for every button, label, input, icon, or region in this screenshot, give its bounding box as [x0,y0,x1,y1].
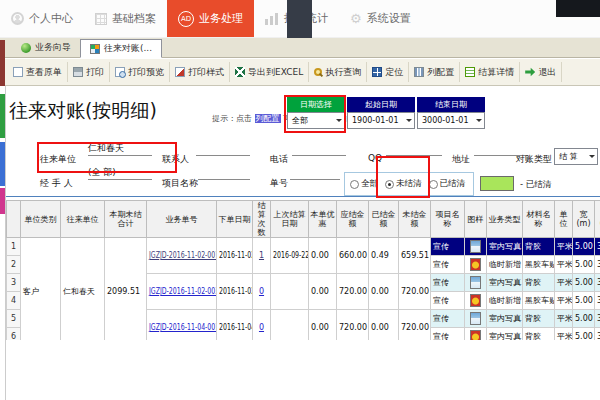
row-number[interactable]: 1 [7,238,21,256]
cell-width[interactable]: 5.00 [573,256,595,274]
cell-discount[interactable]: 0.00 [309,310,337,341]
date-select-dropdown[interactable]: 全部 [287,112,345,129]
cell-height[interactable]: 3. [595,310,600,328]
cell-unit[interactable]: 平米 [555,328,573,341]
menu-personal-center[interactable]: 个人中心 [0,0,84,37]
execute-query-button[interactable]: 执行查询 [309,62,367,82]
view-original-doc-button[interactable]: 查看原单 [8,62,68,82]
thumbnail-image[interactable] [470,276,481,289]
cell-unit[interactable]: 平米 [555,292,573,310]
cell-project[interactable]: 宣传 [431,238,465,256]
cell-biz-type[interactable]: 室内写真 [487,274,523,292]
cell-project[interactable]: 宣传 [431,256,465,274]
menu-basic-archives[interactable]: 基础档案 [84,0,167,37]
cell-biz-type[interactable]: 临时新增 [487,256,523,274]
cell-biz-type[interactable]: 临时新增 [487,292,523,310]
settle-count-link[interactable]: 0 [259,323,264,332]
cell-material[interactable]: 黑胶车贴 [523,256,555,274]
export-excel-button[interactable]: 导出到EXCEL [230,62,309,82]
cell-settle-count[interactable]: 0 [253,310,271,341]
cell-width[interactable]: 5.00 [573,292,595,310]
cell-amount-due[interactable]: 720.00 [337,310,369,341]
cell-order-date[interactable]: 2016-11-02 [217,238,253,274]
collapsed-panel-magenta[interactable] [0,188,5,214]
thumbnail-image[interactable] [470,312,481,325]
row-number[interactable]: 3 [7,274,21,292]
row-number[interactable]: 4 [7,292,21,310]
radio-settled[interactable]: 已结清 [429,178,466,190]
thumbnail-image[interactable] [470,258,481,271]
cell-discount[interactable]: 0.00 [309,274,337,310]
cell-biz-type[interactable]: 室内写真 [487,238,523,256]
cell-material[interactable]: 背胶 [523,238,555,256]
cell-biz-type[interactable]: 室内写真 [487,328,523,341]
collapsed-panel-green[interactable] [0,94,5,138]
cell-discount[interactable]: 0.00 [309,238,337,274]
settle-count-link[interactable]: 1 [259,251,264,260]
cell-project[interactable]: 宣传 [431,310,465,328]
radio-unsettled[interactable]: 未结清 [385,178,422,190]
contact-input[interactable] [196,142,250,156]
start-date-dropdown[interactable]: 1900-01-01 [347,112,415,129]
print-button[interactable]: 打印 [68,62,110,82]
cell-thumbnail[interactable] [465,274,487,292]
cell-height[interactable]: 3. [595,328,600,341]
cell-unit[interactable]: 平米 [555,238,573,256]
cell-last-settle-date[interactable]: 2016-09-22 [271,238,309,274]
cell-order-date[interactable]: 2016-11-04 [217,310,253,341]
cell-settle-count[interactable]: 0 [253,274,271,310]
cell-project[interactable]: 宣传 [431,274,465,292]
menu-business-processing[interactable]: AD 业务处理 [167,0,254,37]
cell-height[interactable]: 3. [595,256,600,274]
cell-material[interactable]: 黑胶车贴 [523,292,555,310]
cell-partner-unit[interactable]: 仁和春天 [61,238,105,341]
print-preview-button[interactable]: 打印预览 [110,62,170,82]
cell-material[interactable]: 背胶 [523,328,555,341]
cell-unit[interactable]: 平米 [555,256,573,274]
cell-amount-settled[interactable]: 0.00 [369,310,399,341]
cell-order-date[interactable]: 2016-11-02 [217,274,253,310]
cell-width[interactable]: 5.00 [573,328,595,341]
qq-input[interactable] [386,142,442,156]
row-number[interactable]: 6 [7,328,21,341]
doc-number-link[interactable]: JGZJD-2016-11-02-003 [149,287,217,296]
doc-number-input[interactable] [290,166,340,180]
reconcile-type-dropdown[interactable]: 结 算 [554,148,598,165]
cell-amount-settled[interactable]: 0.49 [369,238,399,274]
cell-doc-number[interactable]: JGZJD-2016-11-02-001 [147,238,217,274]
cell-height[interactable]: 3. [595,292,600,310]
cell-biz-type[interactable]: 室内写真 [487,310,523,328]
row-number[interactable]: 2 [7,256,21,274]
cell-height[interactable]: 3. [595,274,600,292]
project-name-input[interactable] [198,166,250,180]
collapsed-panel-blue[interactable] [0,142,5,186]
cell-project[interactable]: 宣传 [431,292,465,310]
radio-all[interactable]: 全部 [350,178,378,190]
cell-height[interactable]: 3. [595,238,600,256]
cell-doc-number[interactable]: JGZJD-2016-11-04-001 [147,310,217,341]
cell-material[interactable]: 背胶 [523,310,555,328]
exit-button[interactable]: 退出 [520,62,562,82]
end-date-dropdown[interactable]: 3000-01-01 [417,112,485,129]
print-style-button[interactable]: 打印样式 [170,62,230,82]
thumbnail-image[interactable] [470,330,481,340]
cell-unit[interactable]: 平米 [555,310,573,328]
cell-thumbnail[interactable] [465,292,487,310]
cell-unit[interactable]: 平米 [555,274,573,292]
cell-width[interactable]: 5.00 [573,238,595,256]
cell-thumbnail[interactable] [465,328,487,341]
cell-amount-unsettled[interactable]: 720.00 [399,310,431,341]
thumbnail-image[interactable] [470,240,481,253]
cell-last-settle-date[interactable] [271,274,309,310]
cell-thumbnail[interactable] [465,310,487,328]
cell-material[interactable]: 背胶 [523,274,555,292]
column-config-link[interactable]: 列配置 [255,114,281,123]
cell-unit-category[interactable]: 客户 [21,238,61,341]
unit-input[interactable]: 仁和春天 [88,142,152,156]
row-number[interactable]: 5 [7,310,21,328]
cell-doc-number[interactable]: JGZJD-2016-11-02-003 [147,274,217,310]
cell-amount-due[interactable]: 720.00 [337,274,369,310]
settle-count-link[interactable]: 0 [259,287,264,296]
phone-input[interactable] [292,142,346,156]
thumbnail-image[interactable] [470,294,481,307]
